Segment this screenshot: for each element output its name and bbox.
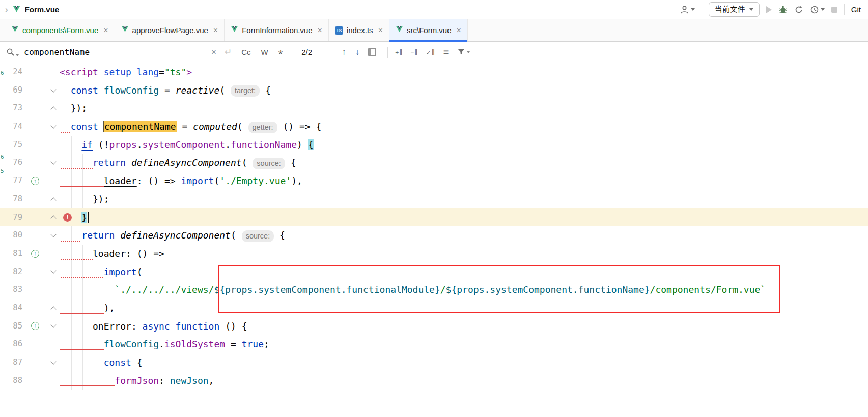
rerun-icon[interactable] [794, 5, 803, 14]
tab-close-icon[interactable]: × [318, 26, 322, 35]
tab-close-icon[interactable]: × [456, 26, 461, 35]
line-number[interactable]: 80 [0, 226, 23, 245]
line-number[interactable]: 77 [0, 172, 23, 190]
code-text: formJson: newJson, [60, 372, 868, 390]
fold-down-icon[interactable] [50, 359, 56, 364]
fold-up-icon[interactable] [50, 107, 56, 112]
code-line[interactable]: 88formJson: newJson, [0, 372, 868, 390]
run-button[interactable] [766, 6, 772, 13]
user-profile-icon[interactable] [680, 5, 695, 14]
line-number[interactable]: 86 [0, 335, 23, 353]
code-line[interactable]: 84), [0, 299, 868, 317]
fold-up-icon[interactable] [50, 197, 56, 203]
current-file-dropdown[interactable]: 当前文件 [709, 2, 760, 17]
gutter-up-arrow-icon[interactable]: ↑ [31, 322, 39, 330]
clear-search-icon[interactable]: × [211, 47, 216, 57]
line-number[interactable]: 82 [0, 263, 23, 281]
code-line[interactable]: 76return defineAsyncComponent( source: { [0, 154, 868, 172]
search-history-caret-icon[interactable] [16, 54, 19, 56]
line-number[interactable]: 78 [0, 190, 23, 208]
fold-down-icon[interactable] [50, 159, 56, 165]
code-line[interactable]: 69const flowConfig = reactive( target: { [0, 81, 868, 100]
tab-label: index.ts [347, 26, 373, 35]
tab-approveflowpage-vue[interactable]: approveFlowPage.vue × [115, 19, 225, 41]
code-line[interactable]: 82import( [0, 263, 868, 281]
select-all-occurrences-icon[interactable]: ✓‖ [426, 48, 435, 56]
line-number[interactable]: 73 [0, 99, 23, 117]
code-text: const flowConfig = reactive( target: { [60, 81, 868, 100]
code-line[interactable]: 74const componentName = computed( getter… [0, 117, 868, 136]
search-input[interactable]: componentName [24, 47, 207, 57]
line-number[interactable]: 87 [0, 353, 23, 372]
line-number[interactable]: 81 [0, 245, 23, 263]
line-number[interactable]: 79 [0, 208, 23, 227]
fold-up-icon[interactable] [50, 306, 56, 312]
code-text: const componentName = computed( getter: … [60, 117, 868, 136]
fold-down-icon[interactable] [50, 231, 56, 237]
code-line[interactable]: 79!} [0, 208, 868, 227]
window-title: Form.vue [25, 5, 60, 14]
newline-icon[interactable]: ↵ [225, 47, 232, 57]
history-button[interactable] [810, 5, 825, 14]
code-line[interactable]: 77↑loader: () => import('./Empty.vue'), [0, 172, 868, 190]
find-bar: componentName × ↵ Cc W * 2/2 ↑ ↓ +‖ −‖ ✓… [0, 42, 868, 63]
tab-components-form-vue[interactable]: components\Form.vue × [5, 19, 115, 41]
match-case-toggle[interactable]: Cc [241, 48, 250, 56]
tab-forminformation-vue[interactable]: FormInformation.vue × [225, 19, 329, 41]
code-line[interactable]: 73}); [0, 99, 868, 117]
code-line[interactable]: 78}); [0, 190, 868, 208]
code-editor[interactable]: 24<script setup lang="ts">69const flowCo… [0, 63, 868, 417]
code-line[interactable]: 75if (!props.systemComponent.functionNam… [0, 136, 868, 154]
code-line[interactable]: 24<script setup lang="ts"> [0, 63, 868, 81]
open-in-find-window-icon[interactable] [368, 48, 376, 56]
fold-down-icon[interactable] [50, 123, 56, 128]
tab-src-form-vue-active[interactable]: src\Form.vue × [389, 19, 468, 41]
debug-button[interactable] [778, 5, 788, 14]
breadcrumb-chevron: › [5, 5, 8, 15]
line-number[interactable]: 85 [0, 317, 23, 336]
exclude-occurrence-icon[interactable]: −‖ [410, 48, 417, 56]
line-number[interactable]: 69 [0, 81, 23, 100]
tab-index-ts[interactable]: TS index.ts × [329, 19, 389, 41]
code-line[interactable]: 80return defineAsyncComponent( source: { [0, 226, 868, 245]
current-file-label: 当前文件 [715, 5, 745, 14]
add-occurrence-icon[interactable]: +‖ [395, 48, 402, 56]
code-text: }); [60, 190, 868, 208]
search-icon[interactable] [6, 48, 19, 56]
parameter-hint: target: [231, 85, 260, 97]
code-text: import( [60, 263, 868, 281]
next-occurrence-button[interactable]: ↓ [355, 47, 360, 57]
git-menu[interactable]: Git [851, 5, 861, 14]
tab-close-icon[interactable]: × [213, 26, 218, 35]
code-line[interactable]: 85↑onError: async function () { [0, 317, 868, 336]
line-number[interactable]: 88 [0, 372, 23, 390]
code-line[interactable]: 87const { [0, 353, 868, 372]
line-number[interactable]: 83 [0, 281, 23, 299]
line-number[interactable]: 74 [0, 117, 23, 136]
code-text: flowConfig.isOldSystem = true; [60, 335, 868, 353]
filter-icon[interactable] [457, 48, 470, 56]
current-file-caret-icon [749, 8, 753, 11]
fold-down-icon[interactable] [50, 322, 56, 328]
prev-occurrence-button[interactable]: ↑ [342, 47, 346, 57]
code-text: return defineAsyncComponent( source: { [60, 226, 868, 245]
fold-down-icon[interactable] [50, 268, 56, 274]
tab-close-icon[interactable]: × [378, 26, 383, 35]
gutter-up-arrow-icon[interactable]: ↑ [31, 177, 39, 185]
findbar-divider [236, 47, 236, 58]
whole-words-toggle[interactable]: W [261, 48, 268, 56]
code-line[interactable]: 86flowConfig.isOldSystem = true; [0, 335, 868, 353]
gutter-up-arrow-icon[interactable]: ↑ [31, 250, 39, 258]
stop-button[interactable] [831, 7, 837, 13]
occurrence-list-icon[interactable]: ≡ [443, 47, 449, 57]
fold-down-icon[interactable] [50, 86, 56, 92]
toolbar-divider [702, 4, 702, 15]
code-line[interactable]: 81↑loader: () => [0, 245, 868, 263]
fold-up-icon[interactable] [50, 216, 56, 221]
line-number[interactable]: 84 [0, 299, 23, 317]
code-line[interactable]: 83`./../../../views/${props.systemCompon… [0, 281, 868, 299]
line-number[interactable]: 75 [0, 136, 23, 154]
regex-toggle[interactable]: * [278, 52, 283, 57]
profile-caret-icon [691, 8, 695, 11]
tab-close-icon[interactable]: × [103, 26, 108, 35]
